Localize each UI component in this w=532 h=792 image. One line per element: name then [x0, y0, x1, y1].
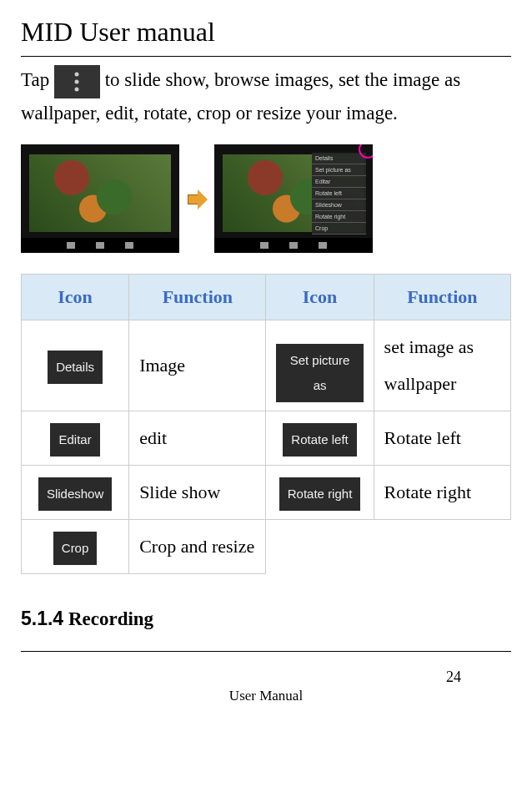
icon-cell: Editar — [22, 411, 129, 465]
menu-item: Rotate left — [312, 188, 366, 199]
empty-cell — [374, 519, 510, 573]
nav-bar — [21, 238, 179, 253]
function-cell: Crop and resize — [129, 519, 266, 573]
table-row: Slideshow Slide show Rotate right Rotate… — [22, 465, 511, 519]
menu-item: Slideshow — [312, 199, 366, 211]
screenshot-image — [29, 154, 171, 232]
table-row: Details Image Set picture as set image a… — [22, 320, 511, 411]
icon-cell: Slideshow — [22, 465, 129, 519]
crop-badge: Crop — [53, 532, 98, 565]
screenshot-before — [21, 144, 179, 253]
icon-cell: Crop — [22, 519, 129, 573]
document-title: MID User manual — [21, 17, 511, 57]
menu-item: Set picture as — [312, 164, 366, 176]
function-cell: Slide show — [129, 465, 266, 519]
overflow-menu-icon — [54, 65, 100, 98]
rotate-right-badge: Rotate right — [279, 477, 361, 511]
menu-item: Editar — [312, 176, 366, 188]
screenshot-after: Details Set picture as Editar Rotate lef… — [214, 144, 373, 253]
arrow-right-icon — [188, 189, 206, 208]
table-row: Crop Crop and resize — [22, 519, 511, 573]
function-cell: edit — [129, 411, 266, 465]
section-number: 5.1.4 — [21, 608, 63, 629]
header-function: Function — [374, 274, 510, 320]
nav-bar — [214, 238, 373, 253]
empty-cell — [266, 519, 374, 573]
context-menu: Details Set picture as Editar Rotate lef… — [312, 153, 366, 235]
function-cell: Rotate left — [374, 411, 510, 465]
section-title: Recording — [68, 608, 153, 629]
icon-function-table: Icon Function Icon Function Details Imag… — [21, 274, 511, 574]
menu-item: Rotate right — [312, 211, 366, 223]
header-icon: Icon — [266, 274, 374, 320]
page-number: 24 — [21, 668, 511, 686]
intro-paragraph: Tap to slide show, browse images, set th… — [21, 65, 511, 129]
icon-cell: Details — [22, 320, 129, 411]
icon-cell: Rotate right — [266, 465, 374, 519]
menu-item: Crop — [312, 223, 366, 235]
rotate-left-badge: Rotate left — [283, 423, 356, 457]
slideshow-badge: Slideshow — [38, 477, 112, 511]
set-picture-badge: Set picture as — [276, 344, 363, 402]
icon-cell: Rotate left — [266, 411, 374, 465]
menu-item: Details — [312, 153, 366, 164]
function-cell: set image as wallpaper — [374, 320, 510, 411]
table-row: Editar edit Rotate left Rotate left — [22, 411, 511, 465]
function-cell: Image — [129, 320, 266, 411]
header-function: Function — [129, 274, 266, 320]
icon-cell: Set picture as — [266, 320, 374, 411]
intro-text-before: Tap — [21, 69, 49, 90]
section-heading: 5.1.4 Recording — [21, 608, 511, 652]
editar-badge: Editar — [50, 423, 99, 457]
function-cell: Rotate right — [374, 465, 510, 519]
details-badge: Details — [48, 351, 103, 384]
footer-label: User Manual — [21, 688, 511, 704]
screenshot-row: Details Set picture as Editar Rotate lef… — [21, 144, 511, 253]
header-icon: Icon — [22, 274, 129, 320]
